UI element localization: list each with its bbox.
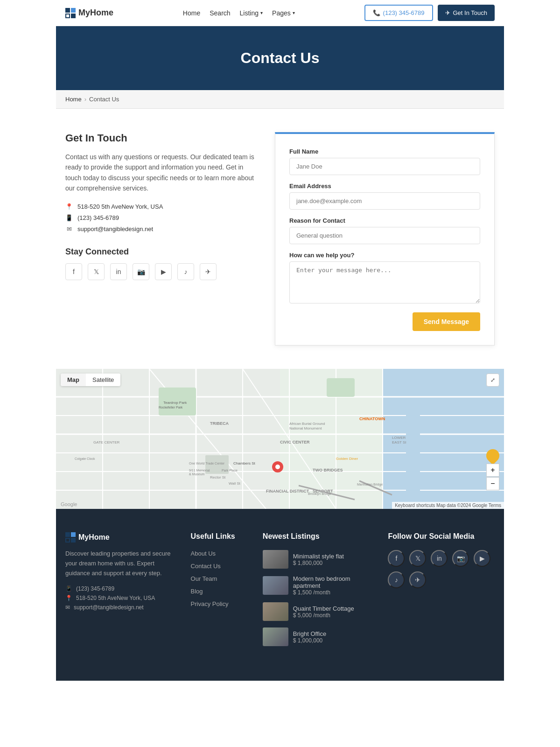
logo-text: MyHome [78,8,113,18]
footer-phone-icon: 📱 [65,585,72,592]
map-section: Teardrop Park Rockefeller Park TRIBECA A… [56,369,504,509]
contact-info-panel: Get In Touch Contact us with any questio… [65,132,256,345]
stay-connected: Stay Connected f 𝕏 in 📷 ▶ ♪ ✈ [65,247,256,280]
map-controls: Map Satellite [61,374,120,386]
footer-twitter-x-icon[interactable]: 𝕏 [409,550,426,567]
email-icon: ✉ [65,226,73,233]
listing-info-2: Modern two bedroom apartment $ 1,500 /mo… [293,575,370,596]
svg-text:Teardrop Park: Teardrop Park [163,401,187,405]
message-input[interactable] [289,261,480,303]
hero-banner: Contact Us [56,26,504,90]
contact-form: Full Name Email Address Reason for Conta… [275,132,495,345]
google-logo: Google [61,501,77,507]
svg-text:CIVIC CENTER: CIVIC CENTER [280,440,310,444]
svg-text:Park Place: Park Place [222,469,238,472]
email-input[interactable] [289,192,480,210]
listing-price-4: $ 1,000,000 [293,637,326,644]
breadcrumb-current: Contact Us [89,96,119,103]
nav-search[interactable]: Search [210,9,230,17]
email-group: Email Address [289,183,480,210]
nav-home[interactable]: Home [183,9,200,17]
zoom-in-button[interactable]: + [486,464,499,477]
send-icon: ✈ [445,9,450,16]
site-footer: MyHome Discover leading properties and s… [56,509,504,681]
facebook-icon[interactable]: f [65,263,82,280]
footer-linkedin-icon[interactable]: in [431,550,448,567]
chevron-down-icon: ▾ [293,10,295,15]
footer-link-about[interactable]: About Us [191,550,244,557]
footer-grid: MyHome Discover leading properties and s… [65,532,495,653]
footer-telegram-icon[interactable]: ✈ [409,571,426,588]
get-in-touch-button[interactable]: ✈ Get In Touch [438,5,495,21]
listing-title-1: Minimalist style flat [293,553,344,560]
full-name-group: Full Name [289,148,480,175]
satellite-tab[interactable]: Satellite [86,374,120,386]
listing-thumb-4 [263,627,288,646]
email-text: support@tangibledesign.net [77,226,153,233]
main-nav: Home Search Listing ▾ Pages ▾ [183,9,295,17]
footer-youtube-icon[interactable]: ▶ [474,550,490,567]
map-zoom-controls: + − [486,464,499,490]
reason-label: Reason for Contact [289,217,480,224]
footer-instagram-icon[interactable]: 📷 [452,550,469,567]
footer-tiktok-icon[interactable]: ♪ [388,571,405,588]
nav-pages[interactable]: Pages ▾ [272,9,295,17]
tiktok-icon[interactable]: ♪ [177,263,194,280]
breadcrumb-separator: › [84,96,86,103]
telegram-icon[interactable]: ✈ [200,263,217,280]
footer-newest-listings: Newest Listings Minimalist style flat $ … [263,532,370,653]
page-title: Contact Us [65,49,495,67]
svg-text:Colgate Clock: Colgate Clock [75,457,95,461]
email-item: ✉ support@tangibledesign.net [65,226,256,233]
twitter-x-icon[interactable]: 𝕏 [88,263,105,280]
newest-listings-heading: Newest Listings [263,532,370,541]
svg-text:GATE CENTER: GATE CENTER [93,440,120,444]
reason-input[interactable] [289,227,480,244]
phone-button[interactable]: 📞 (123) 345-6789 [364,5,433,21]
svg-text:Rector St: Rector St [210,475,226,479]
footer-link-privacy[interactable]: Privacy Policy [191,600,244,607]
phone-text: (123) 345-6789 [77,214,119,221]
footer-brand: MyHome Discover leading properties and s… [65,532,172,653]
listing-price-3: $ 5,000 /month [293,612,354,619]
social-icons-row: f 𝕏 in 📷 ▶ ♪ ✈ [65,263,256,280]
map-tab[interactable]: Map [61,374,86,386]
svg-text:CHINATOWN: CHINATOWN [359,416,385,421]
listing-info-3: Quaint Timber Cottage $ 5,000 /month [293,605,354,619]
listing-item: Quaint Timber Cottage $ 5,000 /month [263,602,370,621]
nav-listing[interactable]: Listing ▾ [240,9,263,17]
footer-logo-text: MyHome [78,533,110,542]
site-logo[interactable]: MyHome [65,8,113,18]
zoom-out-button[interactable]: − [486,477,499,490]
full-name-label: Full Name [289,148,480,155]
expand-map-button[interactable]: ⤢ [486,374,499,387]
reason-group: Reason for Contact [289,217,480,244]
contact-description: Contact us with any questions or request… [65,152,256,194]
footer-description: Discover leading properties and secure y… [65,549,172,578]
instagram-icon[interactable]: 📷 [133,263,149,280]
full-name-input[interactable] [289,158,480,175]
footer-link-team[interactable]: Our Team [191,575,244,582]
footer-logo-icon [65,532,76,543]
youtube-icon[interactable]: ▶ [155,263,172,280]
footer-link-contact[interactable]: Contact Us [191,563,244,570]
breadcrumb-home[interactable]: Home [65,96,82,103]
message-label: How can we help you? [289,252,480,259]
stay-connected-heading: Stay Connected [65,247,256,257]
svg-text:Chambers St: Chambers St [233,461,255,465]
listing-info-1: Minimalist style flat $ 1,800,000 [293,553,344,566]
svg-text:Golden Diner: Golden Diner [336,457,358,461]
footer-social-icons: f 𝕏 in 📷 ▶ ♪ ✈ [388,550,495,588]
logo-icon [65,8,76,18]
email-label: Email Address [289,183,480,190]
footer-link-blog[interactable]: Blog [191,588,244,595]
linkedin-icon[interactable]: in [110,263,127,280]
map-background: Teardrop Park Rockefeller Park TRIBECA A… [56,369,504,509]
svg-text:& Museum: & Museum [189,472,205,476]
message-group: How can we help you? [289,252,480,305]
footer-facebook-icon[interactable]: f [388,550,405,567]
listing-item: Minimalist style flat $ 1,800,000 [263,550,370,569]
listing-thumb-2 [263,576,288,595]
listing-price-2: $ 1,500 /month [293,589,370,596]
send-message-button[interactable]: Send Message [413,312,480,331]
